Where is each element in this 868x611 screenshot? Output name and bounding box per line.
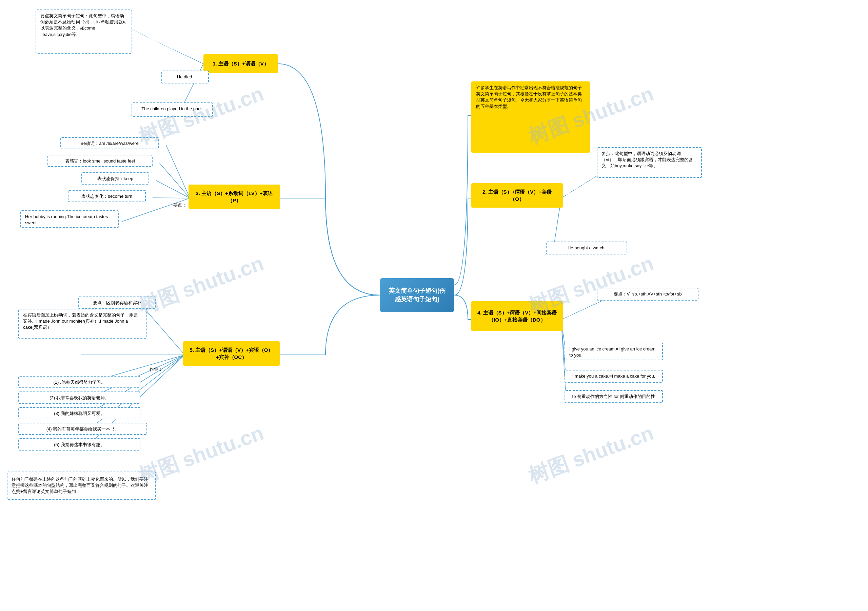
branch1-note: 要点英文简单句子短句：此句型中，谓语动词必须是不及物动词（vi），即单独使用就可… <box>36 9 132 54</box>
branch2-label: 2. 主语（S）+谓语（V）+宾语（O） <box>477 188 557 202</box>
branch4-example2: I make you a cake.=I make a cake for you… <box>564 370 663 383</box>
homework-3: (3) 我的妹妹聪明又可爱。 <box>18 407 140 419</box>
homework-4: (4) 我的哥哥每年都会给我买一本书。 <box>18 423 147 435</box>
branch3-node: 3. 主语（S）+系动词（LV）+表语（P） <box>189 185 280 209</box>
branch3-senses: 表感官：look smell sound taste feel <box>48 155 153 167</box>
branch1-example2: The children played in the park. <box>132 103 213 117</box>
branch4-node: 4. 主语（S）+谓语（V）+间接宾语（IO）+直接宾语（DO） <box>471 301 563 331</box>
branch3-note-label: 要点： <box>169 200 190 210</box>
homework-2: (2) 我非常喜欢我的英语老师。 <box>18 392 140 404</box>
homework-1: (1) .他每天都很努力学习。 <box>18 376 140 388</box>
branch1-node: 1. 主语（S）+谓语（V） <box>203 54 278 73</box>
homework-label: 作业： <box>143 364 169 375</box>
branch5-detail: 在宾语后面加上be动词，若表达的含义是完整的句子，则是宾补。I made Joh… <box>18 309 147 339</box>
homework-5: (5) 我觉得这本书很有趣。 <box>18 438 140 451</box>
branch5-node: 5. 主语（S）+谓语（V）+宾语（O）+宾补（OC） <box>183 341 280 366</box>
branch3-label: 3. 主语（S）+系动词（LV）+表语（P） <box>194 190 274 204</box>
branch1-note-text: 要点英文简单句子短句：此句型中，谓语动词必须是不及物动词（vi），即单独使用就可… <box>40 13 127 38</box>
branch3-keep: 表状态保持：keep <box>81 173 149 185</box>
bottom-summary: 任何句子都是在上述的这些句子的基础上变化而来的。所以，我们要注意把握这些基本的句… <box>7 471 156 500</box>
intro-box: 许多学生在英语写作中经常出现不符合语法规范的句子英文简单句子短句，其根源在于没有… <box>471 81 590 153</box>
central-label: 英文简单句子短句(伤感英语句子短句) <box>388 287 446 304</box>
branch3-be: Be动词：am /Is/are/was/were <box>60 137 159 149</box>
branch3-example: Her hobby is running.The ice cream taste… <box>20 210 119 228</box>
svg-line-3 <box>166 145 190 198</box>
watermark-6: 树图 shutu.cn <box>525 419 657 490</box>
branch1-example1: He died. <box>161 71 209 84</box>
branch3-become: 表状态变化：become turn <box>68 190 146 202</box>
branch4-example3: to 侧重动作的方向性 for 侧重动作的目的性 <box>564 390 663 403</box>
svg-line-2 <box>132 30 203 64</box>
svg-line-4 <box>160 163 190 198</box>
branch2-note: 要点：此句型中，谓语动词必须及物动词（vt），即后面必须跟宾语，才能表达完整的含… <box>597 147 702 178</box>
branch2-node: 2. 主语（S）+谓语（V）+宾语（O） <box>471 183 563 208</box>
svg-line-12 <box>561 299 607 320</box>
branch4-label: 4. 主语（S）+谓语（V）+间接宾语（IO）+直接宾语（DO） <box>477 309 557 323</box>
branch5-label: 5. 主语（S）+谓语（V）+宾语（O）+宾补（OC） <box>189 347 274 361</box>
branch5-note-label: 要点：区别双宾语和宾补 <box>78 297 156 309</box>
svg-line-6 <box>153 198 190 198</box>
branch4-example1: I give you an ice cream.=I give an ice c… <box>564 343 663 360</box>
branch2-example: He bought a watch. <box>546 241 627 255</box>
branch1-label: 1. 主语（S）+谓语（V） <box>212 60 268 67</box>
watermark-3: 树图 shutu.cn <box>135 250 268 320</box>
central-node: 英文简单句子短句(伤感英语句子短句) <box>380 278 454 312</box>
branch4-note: 要点：V+sb.+sth.=V+sth+to/for+sb <box>597 288 699 300</box>
mind-map: 树图 shutu.cn 树图 shutu.cn 树图 shutu.cn 树图 s… <box>0 0 868 611</box>
svg-line-5 <box>156 180 190 198</box>
